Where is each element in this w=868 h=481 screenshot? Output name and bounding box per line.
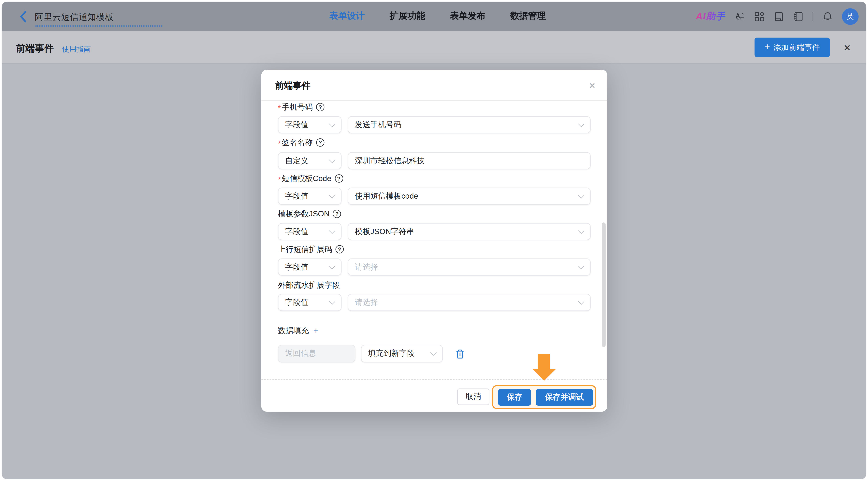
select-value: 字段值 <box>285 297 330 308</box>
tab-data-management[interactable]: 数据管理 <box>510 10 546 22</box>
annotation-arrow-icon <box>538 354 550 370</box>
external-flow-type-select[interactable]: 字段值 <box>278 294 342 311</box>
select-value: 模板JSON字符串 <box>355 227 579 237</box>
chevron-down-icon <box>578 263 585 269</box>
title-underline <box>35 26 162 27</box>
panel-title: 前端事件 <box>16 42 54 55</box>
modal-scrollbar[interactable] <box>602 222 606 347</box>
select-value: 自定义 <box>285 156 330 166</box>
chevron-down-icon <box>329 263 335 269</box>
chevron-down-icon <box>578 192 585 198</box>
delete-icon[interactable] <box>455 349 465 359</box>
chevron-down-icon <box>578 121 585 127</box>
select-value: 字段值 <box>285 191 330 201</box>
chevron-down-icon <box>430 349 437 356</box>
chevron-down-icon <box>578 298 585 304</box>
app-title: 阿里云短信通知模板 <box>35 12 114 23</box>
select-placeholder: 请选择 <box>355 262 579 272</box>
tab-form-publish[interactable]: 表单发布 <box>450 10 486 22</box>
svg-text:A: A <box>736 12 740 19</box>
fill-target-select[interactable]: 填充到新字段 <box>361 345 443 362</box>
help-icon[interactable]: ? <box>316 103 324 111</box>
back-icon[interactable] <box>18 10 28 23</box>
chevron-down-icon <box>329 298 335 304</box>
phone-value-select[interactable]: 发送手机号码 <box>348 116 591 133</box>
save-and-debug-button[interactable]: 保存并调试 <box>536 389 593 406</box>
field-label-template-code: * 短信模板Code ? <box>278 174 343 183</box>
add-frontend-event-label: 添加前端事件 <box>773 42 820 53</box>
add-frontend-event-button[interactable]: + 添加前端事件 <box>754 38 830 57</box>
modal-close-icon[interactable]: ✕ <box>589 81 595 91</box>
template-json-type-select[interactable]: 字段值 <box>278 223 342 240</box>
input-placeholder: 返回信息 <box>285 349 348 359</box>
help-icon[interactable]: ? <box>336 245 344 253</box>
ai-assistant-button[interactable]: AI助手 <box>696 10 725 23</box>
external-flow-value-select[interactable]: 请选择 <box>348 294 591 311</box>
app-window: 阿里云短信通知模板 表单设计 扩展功能 表单发布 数据管理 AI助手 A 中 <box>2 2 866 479</box>
field-label-signature: * 签名名称 ? <box>278 138 324 147</box>
field-label-template-json: 模板参数JSON ? <box>278 209 341 219</box>
signature-type-select[interactable]: 自定义 <box>278 152 342 169</box>
field-label-text: 手机号码 <box>282 102 313 112</box>
select-value: 字段值 <box>285 120 330 130</box>
return-info-input[interactable]: 返回信息 <box>278 345 355 362</box>
field-label-upstream-ext: 上行短信扩展码 ? <box>278 245 344 254</box>
help-icon[interactable]: ? <box>333 210 341 218</box>
cancel-button[interactable]: 取消 <box>457 388 490 405</box>
annotation-arrow-head <box>532 369 556 381</box>
required-mark: * <box>278 175 281 184</box>
upstream-ext-type-select[interactable]: 字段值 <box>278 258 342 276</box>
notebook-icon[interactable] <box>793 11 803 22</box>
template-code-type-select[interactable]: 字段值 <box>278 188 342 205</box>
select-value: 字段值 <box>285 262 330 272</box>
tab-form-design[interactable]: 表单设计 <box>330 10 365 22</box>
field-label-phone: * 手机号码 ? <box>278 102 324 112</box>
field-label-external-flow: 外部流水扩展字段 <box>278 281 340 290</box>
svg-text:中: 中 <box>740 15 745 21</box>
tab-extensions[interactable]: 扩展功能 <box>390 10 425 22</box>
signature-input[interactable]: 深圳市轻松信息科技 <box>348 152 591 169</box>
topbar-divider <box>812 12 813 21</box>
select-placeholder: 请选择 <box>355 297 579 308</box>
chevron-down-icon <box>329 227 335 234</box>
data-fill-header: 数据填充 + <box>278 326 319 336</box>
save-button[interactable]: 保存 <box>498 389 531 406</box>
chevron-down-icon <box>329 121 335 127</box>
save-buttons-highlight: 保存 保存并调试 <box>492 385 596 409</box>
data-fill-label: 数据填充 <box>278 326 309 336</box>
panel-close-icon[interactable]: ✕ <box>843 42 851 53</box>
frontend-event-modal: 前端事件 ✕ * 手机号码 ? 字段值 发送手机号码 * 签名名称 ? 自定义 … <box>261 70 607 412</box>
frontend-events-panel-header: 前端事件 使用指南 + 添加前端事件 ✕ <box>2 31 866 64</box>
book-icon[interactable] <box>774 11 784 22</box>
select-value: 发送手机号码 <box>355 120 579 130</box>
select-value: 字段值 <box>285 227 330 237</box>
plus-icon: + <box>313 326 318 336</box>
apps-grid-icon[interactable] <box>754 11 764 22</box>
help-icon[interactable]: ? <box>335 174 343 183</box>
usage-guide-link[interactable]: 使用指南 <box>62 44 91 54</box>
chevron-down-icon <box>329 192 335 198</box>
input-value: 深圳市轻松信息科技 <box>355 156 584 166</box>
modal-title: 前端事件 <box>275 80 311 92</box>
select-value: 填充到新字段 <box>368 349 431 359</box>
chevron-down-icon <box>578 227 585 234</box>
bell-icon[interactable] <box>823 11 833 22</box>
help-icon[interactable]: ? <box>316 138 324 147</box>
plus-icon: + <box>765 42 770 52</box>
upstream-ext-value-select[interactable]: 请选择 <box>348 258 591 276</box>
phone-type-select[interactable]: 字段值 <box>278 116 342 133</box>
required-mark: * <box>278 104 281 113</box>
field-label-text: 模板参数JSON <box>278 209 330 219</box>
avatar[interactable]: 英 <box>842 8 859 25</box>
field-label-text: 短信模板Code <box>282 173 331 184</box>
topbar: 阿里云短信通知模板 表单设计 扩展功能 表单发布 数据管理 AI助手 A 中 <box>2 2 866 31</box>
field-label-text: 外部流水扩展字段 <box>278 280 340 290</box>
translate-icon[interactable]: A 中 <box>735 11 745 22</box>
template-code-value-select[interactable]: 使用短信模板code <box>348 188 591 205</box>
template-json-value-select[interactable]: 模板JSON字符串 <box>348 223 591 240</box>
required-mark: * <box>278 139 281 148</box>
modal-header-divider <box>261 100 607 101</box>
field-label-text: 签名名称 <box>282 137 313 148</box>
chevron-down-icon <box>329 157 335 163</box>
data-fill-add-button[interactable]: + <box>313 326 319 336</box>
